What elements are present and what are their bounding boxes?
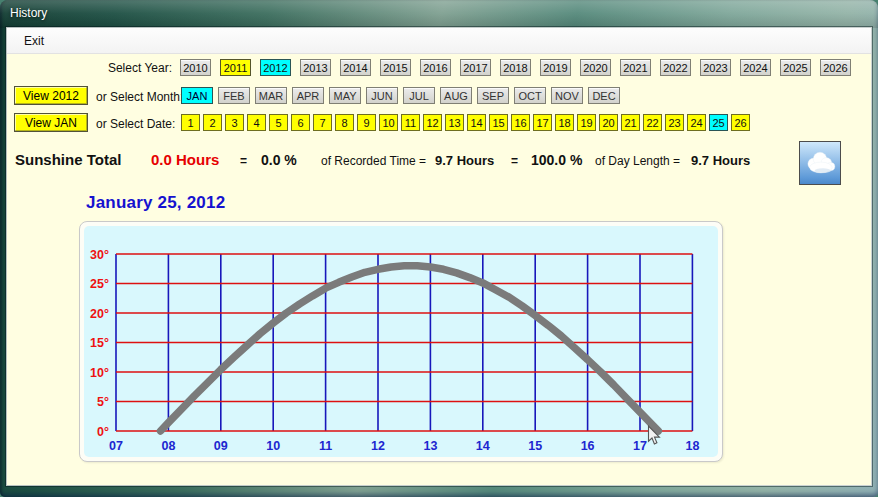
year-button-2015[interactable]: 2015 bbox=[380, 59, 411, 76]
date-button-3[interactable]: 3 bbox=[225, 114, 244, 131]
date-button-16[interactable]: 16 bbox=[511, 114, 530, 131]
svg-text:08: 08 bbox=[161, 439, 175, 453]
svg-text:5°: 5° bbox=[97, 395, 109, 409]
month-button-mar[interactable]: MAR bbox=[255, 87, 287, 104]
year-button-2016[interactable]: 2016 bbox=[420, 59, 451, 76]
date-button-18[interactable]: 18 bbox=[555, 114, 574, 131]
day-length-hours-value: 9.7 Hours bbox=[691, 153, 750, 168]
svg-text:14: 14 bbox=[476, 439, 490, 453]
svg-text:15: 15 bbox=[528, 439, 542, 453]
select-date-label: or Select Date: bbox=[96, 117, 175, 131]
year-button-2024[interactable]: 2024 bbox=[740, 59, 771, 76]
svg-text:15°: 15° bbox=[90, 336, 109, 350]
date-button-1[interactable]: 1 bbox=[181, 114, 200, 131]
svg-text:20°: 20° bbox=[90, 307, 109, 321]
select-year-label: Select Year: bbox=[7, 61, 172, 75]
equals-sign-2: = bbox=[511, 154, 518, 168]
history-window: History Exit Select Year: 20102011201220… bbox=[0, 0, 878, 497]
sunshine-total-label: Sunshine Total bbox=[15, 151, 121, 168]
year-button-2026[interactable]: 2026 bbox=[820, 59, 851, 76]
date-button-4[interactable]: 4 bbox=[247, 114, 266, 131]
date-button-9[interactable]: 9 bbox=[357, 114, 376, 131]
year-button-2021[interactable]: 2021 bbox=[620, 59, 651, 76]
year-button-2014[interactable]: 2014 bbox=[340, 59, 371, 76]
month-button-aug[interactable]: AUG bbox=[440, 87, 472, 104]
date-button-22[interactable]: 22 bbox=[643, 114, 662, 131]
month-button-oct[interactable]: OCT bbox=[514, 87, 546, 104]
date-button-14[interactable]: 14 bbox=[467, 114, 486, 131]
svg-text:25°: 25° bbox=[90, 277, 109, 291]
year-button-2017[interactable]: 2017 bbox=[460, 59, 491, 76]
month-button-nov[interactable]: NOV bbox=[551, 87, 583, 104]
year-button-2011[interactable]: 2011 bbox=[220, 59, 251, 76]
svg-text:0°: 0° bbox=[97, 425, 109, 439]
view-year-button[interactable]: View 2012 bbox=[14, 86, 88, 105]
menu-bar: Exit bbox=[7, 28, 871, 54]
year-button-2018[interactable]: 2018 bbox=[500, 59, 531, 76]
svg-text:09: 09 bbox=[214, 439, 228, 453]
date-button-25[interactable]: 25 bbox=[709, 114, 728, 131]
date-button-13[interactable]: 13 bbox=[445, 114, 464, 131]
svg-text:17: 17 bbox=[633, 439, 647, 453]
month-button-jun[interactable]: JUN bbox=[366, 87, 398, 104]
date-button-15[interactable]: 15 bbox=[489, 114, 508, 131]
date-button-11[interactable]: 11 bbox=[401, 114, 420, 131]
sunshine-summary-row: Sunshine Total 0.0 Hours = 0.0 % of Reco… bbox=[7, 147, 871, 173]
date-button-21[interactable]: 21 bbox=[621, 114, 640, 131]
year-selector-row: Select Year: 201020112012201320142015201… bbox=[7, 59, 871, 76]
title-bar: History bbox=[0, 0, 878, 28]
svg-text:12: 12 bbox=[371, 439, 385, 453]
day-length-percent-value: 100.0 % bbox=[531, 152, 582, 168]
date-button-26[interactable]: 26 bbox=[731, 114, 750, 131]
year-button-2025[interactable]: 2025 bbox=[780, 59, 811, 76]
date-button-2[interactable]: 2 bbox=[203, 114, 222, 131]
year-button-2023[interactable]: 2023 bbox=[700, 59, 731, 76]
date-button-24[interactable]: 24 bbox=[687, 114, 706, 131]
year-button-2022[interactable]: 2022 bbox=[660, 59, 691, 76]
day-length-label: of Day Length = bbox=[595, 154, 680, 168]
date-button-17[interactable]: 17 bbox=[533, 114, 552, 131]
client-area: Select Year: 201020112012201320142015201… bbox=[7, 55, 871, 485]
weather-cloud-button[interactable] bbox=[799, 141, 841, 185]
month-selector-row: View 2012 or Select Month: JANFEBMARAPRM… bbox=[7, 86, 871, 107]
month-button-jan[interactable]: JAN bbox=[181, 87, 213, 104]
view-month-button[interactable]: View JAN bbox=[14, 113, 88, 132]
year-button-2013[interactable]: 2013 bbox=[300, 59, 331, 76]
month-button-feb[interactable]: FEB bbox=[218, 87, 250, 104]
svg-text:10: 10 bbox=[266, 439, 280, 453]
date-button-5[interactable]: 5 bbox=[269, 114, 288, 131]
year-button-2020[interactable]: 2020 bbox=[580, 59, 611, 76]
date-button-23[interactable]: 23 bbox=[665, 114, 684, 131]
month-button-jul[interactable]: JUL bbox=[403, 87, 435, 104]
cloud-icon bbox=[802, 144, 838, 182]
sunshine-hours-value: 0.0 Hours bbox=[151, 151, 219, 168]
svg-text:10°: 10° bbox=[90, 366, 109, 380]
select-month-label: or Select Month: bbox=[96, 90, 183, 104]
month-buttons: JANFEBMARAPRMAYJUNJULAUGSEPOCTNOVDEC bbox=[181, 87, 625, 104]
month-button-may[interactable]: MAY bbox=[329, 87, 361, 104]
year-button-2010[interactable]: 2010 bbox=[180, 59, 211, 76]
svg-text:13: 13 bbox=[423, 439, 437, 453]
month-button-sep[interactable]: SEP bbox=[477, 87, 509, 104]
recorded-percent-value: 0.0 % bbox=[261, 152, 297, 168]
year-button-2012[interactable]: 2012 bbox=[260, 59, 291, 76]
chart-panel: 0°5°10°15°20°25°30°070809101112131415161… bbox=[79, 221, 723, 462]
date-button-6[interactable]: 6 bbox=[291, 114, 310, 131]
window-inner-frame: Exit Select Year: 2010201120122013201420… bbox=[7, 28, 871, 485]
date-button-8[interactable]: 8 bbox=[335, 114, 354, 131]
sun-elevation-chart: 0°5°10°15°20°25°30°070809101112131415161… bbox=[84, 226, 718, 457]
date-button-12[interactable]: 12 bbox=[423, 114, 442, 131]
date-button-19[interactable]: 19 bbox=[577, 114, 596, 131]
date-buttons: 1234567891011121314151617181920212223242… bbox=[181, 114, 753, 131]
month-button-dec[interactable]: DEC bbox=[588, 87, 620, 104]
svg-text:11: 11 bbox=[319, 439, 332, 453]
date-button-10[interactable]: 10 bbox=[379, 114, 398, 131]
month-button-apr[interactable]: APR bbox=[292, 87, 324, 104]
date-button-20[interactable]: 20 bbox=[599, 114, 618, 131]
chart-plot-area: 0°5°10°15°20°25°30°070809101112131415161… bbox=[84, 226, 718, 457]
date-button-7[interactable]: 7 bbox=[313, 114, 332, 131]
date-selector-row: View JAN or Select Date: 123456789101112… bbox=[7, 113, 871, 134]
menu-item-exit[interactable]: Exit bbox=[24, 28, 44, 54]
year-button-2019[interactable]: 2019 bbox=[540, 59, 571, 76]
recorded-hours-value: 9.7 Hours bbox=[435, 153, 494, 168]
